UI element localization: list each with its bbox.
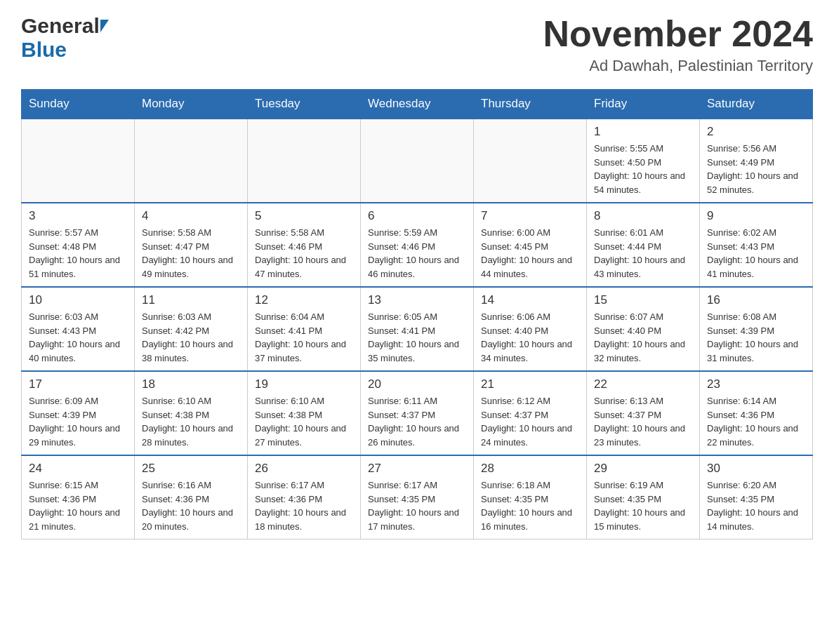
calendar-cell: 14Sunrise: 6:06 AMSunset: 4:40 PMDayligh… (474, 287, 587, 371)
day-info: Sunrise: 6:04 AMSunset: 4:41 PMDaylight:… (255, 310, 353, 365)
calendar-cell (248, 119, 361, 203)
calendar-cell: 27Sunrise: 6:17 AMSunset: 4:35 PMDayligh… (361, 455, 474, 539)
day-info: Sunrise: 6:06 AMSunset: 4:40 PMDaylight:… (481, 310, 579, 365)
day-number: 1 (594, 125, 692, 139)
title-area: November 2024 Ad Dawhah, Palestinian Ter… (543, 14, 813, 75)
day-info: Sunrise: 6:13 AMSunset: 4:37 PMDaylight:… (594, 394, 692, 449)
day-info: Sunrise: 5:55 AMSunset: 4:50 PMDaylight:… (594, 142, 692, 196)
day-number: 21 (481, 377, 579, 391)
day-number: 23 (707, 377, 805, 391)
calendar-cell: 10Sunrise: 6:03 AMSunset: 4:43 PMDayligh… (22, 287, 135, 371)
week-row-2: 3Sunrise: 5:57 AMSunset: 4:48 PMDaylight… (22, 203, 813, 287)
calendar-cell: 20Sunrise: 6:11 AMSunset: 4:37 PMDayligh… (361, 371, 474, 455)
weekday-header-saturday: Saturday (700, 90, 813, 119)
calendar-cell: 12Sunrise: 6:04 AMSunset: 4:41 PMDayligh… (248, 287, 361, 371)
day-number: 13 (368, 293, 466, 307)
logo: General Blue (21, 14, 109, 62)
day-number: 29 (594, 462, 692, 476)
month-title: November 2024 (543, 14, 813, 54)
calendar-cell: 21Sunrise: 6:12 AMSunset: 4:37 PMDayligh… (474, 371, 587, 455)
calendar-cell: 29Sunrise: 6:19 AMSunset: 4:35 PMDayligh… (587, 455, 700, 539)
weekday-header-friday: Friday (587, 90, 700, 119)
day-number: 15 (594, 293, 692, 307)
day-info: Sunrise: 6:05 AMSunset: 4:41 PMDaylight:… (368, 310, 466, 365)
calendar-cell: 22Sunrise: 6:13 AMSunset: 4:37 PMDayligh… (587, 371, 700, 455)
calendar-cell (361, 119, 474, 203)
calendar-cell: 15Sunrise: 6:07 AMSunset: 4:40 PMDayligh… (587, 287, 700, 371)
day-number: 3 (29, 209, 127, 223)
calendar-cell: 30Sunrise: 6:20 AMSunset: 4:35 PMDayligh… (700, 455, 813, 539)
calendar-cell: 5Sunrise: 5:58 AMSunset: 4:46 PMDaylight… (248, 203, 361, 287)
logo-blue-text: Blue (21, 38, 67, 61)
day-info: Sunrise: 6:12 AMSunset: 4:37 PMDaylight:… (481, 394, 579, 449)
day-info: Sunrise: 6:10 AMSunset: 4:38 PMDaylight:… (142, 394, 240, 449)
day-info: Sunrise: 5:58 AMSunset: 4:47 PMDaylight:… (142, 226, 240, 281)
day-number: 28 (481, 462, 579, 476)
day-number: 12 (255, 293, 353, 307)
day-info: Sunrise: 6:19 AMSunset: 4:35 PMDaylight:… (594, 478, 692, 533)
weekday-header-monday: Monday (135, 90, 248, 119)
day-info: Sunrise: 6:20 AMSunset: 4:35 PMDaylight:… (707, 478, 805, 533)
day-number: 16 (707, 293, 805, 307)
calendar-cell: 19Sunrise: 6:10 AMSunset: 4:38 PMDayligh… (248, 371, 361, 455)
calendar-cell: 25Sunrise: 6:16 AMSunset: 4:36 PMDayligh… (135, 455, 248, 539)
day-number: 30 (707, 462, 805, 476)
day-number: 11 (142, 293, 240, 307)
week-row-4: 17Sunrise: 6:09 AMSunset: 4:39 PMDayligh… (22, 371, 813, 455)
location-subtitle: Ad Dawhah, Palestinian Territory (543, 57, 813, 75)
day-info: Sunrise: 5:58 AMSunset: 4:46 PMDaylight:… (255, 226, 353, 281)
calendar-cell: 26Sunrise: 6:17 AMSunset: 4:36 PMDayligh… (248, 455, 361, 539)
logo-general-text: General (21, 14, 100, 38)
calendar-cell: 4Sunrise: 5:58 AMSunset: 4:47 PMDaylight… (135, 203, 248, 287)
day-info: Sunrise: 6:10 AMSunset: 4:38 PMDaylight:… (255, 394, 353, 449)
logo-arrow-icon (100, 20, 109, 32)
day-info: Sunrise: 6:17 AMSunset: 4:36 PMDaylight:… (255, 478, 353, 533)
weekday-header-row: SundayMondayTuesdayWednesdayThursdayFrid… (22, 90, 813, 119)
day-number: 17 (29, 377, 127, 391)
week-row-1: 1Sunrise: 5:55 AMSunset: 4:50 PMDaylight… (22, 119, 813, 203)
calendar-cell: 6Sunrise: 5:59 AMSunset: 4:46 PMDaylight… (361, 203, 474, 287)
day-info: Sunrise: 6:01 AMSunset: 4:44 PMDaylight:… (594, 226, 692, 281)
day-number: 20 (368, 377, 466, 391)
day-number: 5 (255, 209, 353, 223)
day-info: Sunrise: 6:11 AMSunset: 4:37 PMDaylight:… (368, 394, 466, 449)
calendar-cell (135, 119, 248, 203)
calendar-cell: 1Sunrise: 5:55 AMSunset: 4:50 PMDaylight… (587, 119, 700, 203)
calendar-cell: 18Sunrise: 6:10 AMSunset: 4:38 PMDayligh… (135, 371, 248, 455)
calendar-cell: 16Sunrise: 6:08 AMSunset: 4:39 PMDayligh… (700, 287, 813, 371)
day-info: Sunrise: 6:17 AMSunset: 4:35 PMDaylight:… (368, 478, 466, 533)
day-number: 22 (594, 377, 692, 391)
calendar-cell (474, 119, 587, 203)
calendar-cell: 13Sunrise: 6:05 AMSunset: 4:41 PMDayligh… (361, 287, 474, 371)
day-number: 8 (594, 209, 692, 223)
calendar-cell: 23Sunrise: 6:14 AMSunset: 4:36 PMDayligh… (700, 371, 813, 455)
day-info: Sunrise: 5:57 AMSunset: 4:48 PMDaylight:… (29, 226, 127, 281)
day-info: Sunrise: 6:15 AMSunset: 4:36 PMDaylight:… (29, 478, 127, 533)
week-row-3: 10Sunrise: 6:03 AMSunset: 4:43 PMDayligh… (22, 287, 813, 371)
day-info: Sunrise: 5:56 AMSunset: 4:49 PMDaylight:… (707, 142, 805, 196)
calendar-cell: 2Sunrise: 5:56 AMSunset: 4:49 PMDaylight… (700, 119, 813, 203)
weekday-header-sunday: Sunday (22, 90, 135, 119)
day-number: 26 (255, 462, 353, 476)
day-number: 7 (481, 209, 579, 223)
day-number: 10 (29, 293, 127, 307)
day-number: 25 (142, 462, 240, 476)
calendar-cell: 7Sunrise: 6:00 AMSunset: 4:45 PMDaylight… (474, 203, 587, 287)
day-info: Sunrise: 6:07 AMSunset: 4:40 PMDaylight:… (594, 310, 692, 365)
week-row-5: 24Sunrise: 6:15 AMSunset: 4:36 PMDayligh… (22, 455, 813, 539)
day-number: 2 (707, 125, 805, 139)
day-info: Sunrise: 6:18 AMSunset: 4:35 PMDaylight:… (481, 478, 579, 533)
day-number: 27 (368, 462, 466, 476)
calendar-cell: 17Sunrise: 6:09 AMSunset: 4:39 PMDayligh… (22, 371, 135, 455)
calendar-table: SundayMondayTuesdayWednesdayThursdayFrid… (21, 89, 813, 539)
day-info: Sunrise: 6:02 AMSunset: 4:43 PMDaylight:… (707, 226, 805, 281)
calendar-cell: 3Sunrise: 5:57 AMSunset: 4:48 PMDaylight… (22, 203, 135, 287)
day-info: Sunrise: 6:00 AMSunset: 4:45 PMDaylight:… (481, 226, 579, 281)
weekday-header-tuesday: Tuesday (248, 90, 361, 119)
day-number: 9 (707, 209, 805, 223)
day-info: Sunrise: 6:16 AMSunset: 4:36 PMDaylight:… (142, 478, 240, 533)
calendar-cell: 11Sunrise: 6:03 AMSunset: 4:42 PMDayligh… (135, 287, 248, 371)
day-info: Sunrise: 6:14 AMSunset: 4:36 PMDaylight:… (707, 394, 805, 449)
page-header: General Blue November 2024 Ad Dawhah, Pa… (21, 14, 813, 75)
day-number: 14 (481, 293, 579, 307)
